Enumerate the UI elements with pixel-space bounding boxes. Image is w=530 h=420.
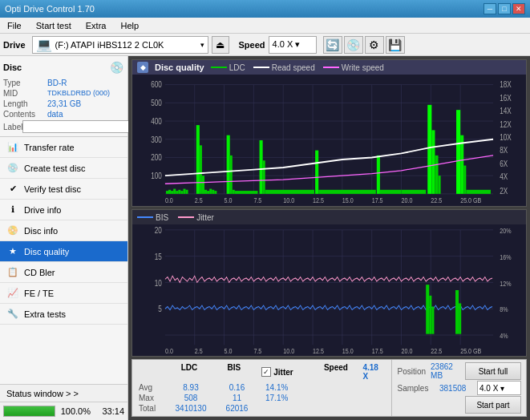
sidebar-item-drive-info[interactable]: ℹ Drive info [0, 200, 127, 220]
toolbar-icons: 🔄 💿 ⚙ 💾 [323, 36, 405, 54]
sidebar-item-verify-test-disc[interactable]: ✔ Verify test disc [0, 179, 127, 200]
fe-te-icon: 📈 [6, 287, 19, 300]
speed-select-stats[interactable]: 4.0 X ▾ [477, 381, 521, 395]
svg-rect-56 [204, 190, 207, 194]
eject-button[interactable]: ⏏ [212, 36, 229, 54]
svg-text:4X: 4X [500, 172, 508, 181]
extra-tests-icon: 🔧 [6, 308, 19, 321]
legend-read-speed: Read speed [253, 63, 315, 72]
svg-rect-78 [460, 135, 463, 194]
disc-button[interactable]: 💿 [344, 36, 363, 54]
progress-bar-fill [4, 406, 55, 416]
disc-eject-icon[interactable]: 💿 [108, 59, 124, 75]
refresh-button[interactable]: 🔄 [323, 36, 342, 54]
start-full-button[interactable]: Start full [465, 362, 521, 380]
stats-total-row: Total 3410130 62016 [139, 404, 385, 413]
svg-rect-118 [429, 296, 431, 334]
svg-rect-79 [463, 166, 466, 194]
stats-max-ldc: 508 [167, 394, 215, 402]
transfer-rate-icon: 📊 [6, 141, 19, 154]
svg-text:600: 600 [151, 81, 162, 90]
stats-avg-jitter: 14.1% [265, 383, 330, 392]
legend-bis: BIS [137, 213, 168, 222]
window-controls: ─ □ ✕ [483, 3, 525, 14]
sidebar-item-transfer-rate[interactable]: 📊 Transfer rate [0, 137, 127, 158]
start-part-row: Start part [397, 396, 521, 414]
menubar: File Start test Extra Help [0, 18, 530, 34]
svg-rect-59 [212, 190, 214, 194]
sidebar-item-extra-tests[interactable]: 🔧 Extra tests [0, 304, 127, 325]
svg-rect-65 [260, 140, 263, 194]
svg-rect-60 [214, 191, 216, 194]
disc-mid-val: TDKBLDRBD (000) [47, 89, 110, 97]
sidebar-item-cd-bler-label: CD Bler [24, 268, 55, 277]
stats-col-bis-header: BIS [212, 363, 255, 381]
drive-dropdown-arrow: ▾ [200, 41, 204, 49]
sidebar-item-fe-te[interactable]: 📈 FE / TE [0, 283, 127, 304]
svg-rect-55 [202, 176, 204, 194]
sidebar-item-create-test-disc[interactable]: 💿 Create test disc [0, 158, 127, 179]
svg-rect-47 [173, 189, 176, 194]
menu-extra[interactable]: Extra [82, 19, 111, 32]
position-label: Position [397, 367, 426, 376]
legend-read-speed-label: Read speed [272, 63, 315, 72]
speed-select[interactable]: 4.0 X ▾ [269, 36, 317, 54]
maximize-button[interactable]: □ [498, 3, 511, 14]
menu-help[interactable]: Help [116, 19, 143, 32]
legend-read-speed-color [253, 67, 269, 68]
svg-text:16%: 16% [500, 252, 512, 261]
nav-items: 📊 Transfer rate 💿 Create test disc ✔ Ver… [0, 137, 127, 384]
sidebar-item-disc-info[interactable]: 📀 Disc info [0, 220, 127, 241]
disc-mid-row: MID TDKBLDRBD (000) [3, 89, 124, 98]
disc-header: Disc 💿 [3, 59, 124, 75]
app-title: Opti Drive Control 1.70 [5, 4, 95, 14]
svg-text:17.5: 17.5 [372, 346, 383, 355]
menu-file[interactable]: File [3, 19, 26, 32]
svg-text:20.0: 20.0 [402, 197, 413, 205]
disc-contents-val: data [47, 110, 63, 119]
settings-button[interactable]: ⚙ [365, 36, 384, 54]
svg-text:2X: 2X [500, 187, 508, 196]
svg-text:7.5: 7.5 [253, 197, 261, 205]
drive-select[interactable]: 💻 (F:) ATAPI iHBS112 2 CL0K ▾ [32, 36, 208, 54]
sidebar-item-verify-test-disc-label: Verify test disc [24, 184, 81, 194]
svg-rect-120 [455, 290, 459, 334]
svg-text:2.5: 2.5 [195, 197, 203, 205]
status-area: Status window > > 100.0% 33:14 [0, 384, 127, 420]
legend-bis-color [137, 216, 153, 218]
disc-label-input[interactable] [22, 120, 129, 133]
svg-text:5.0: 5.0 [225, 346, 233, 355]
close-button[interactable]: ✕ [512, 3, 525, 14]
status-window-button[interactable]: Status window > > [0, 385, 127, 402]
sidebar-item-disc-quality[interactable]: ★ Disc quality [0, 241, 127, 262]
minimize-button[interactable]: ─ [483, 3, 496, 14]
svg-text:15: 15 [155, 252, 162, 261]
chart-legend-2: BIS Jitter [132, 210, 526, 224]
svg-text:12%: 12% [500, 278, 512, 287]
start-part-button[interactable]: Start part [465, 396, 521, 414]
svg-text:22.5: 22.5 [431, 197, 442, 205]
svg-rect-119 [431, 307, 434, 334]
disc-contents-row: Contents data [3, 110, 124, 119]
legend-ldc-color [211, 67, 227, 68]
svg-text:6X: 6X [500, 160, 508, 168]
svg-rect-51 [183, 189, 185, 194]
verify-test-disc-icon: ✔ [6, 183, 19, 196]
menu-start-test[interactable]: Start test [32, 19, 75, 32]
status-progress-row: 100.0% 33:14 [0, 402, 127, 420]
save-button[interactable]: 💾 [386, 36, 405, 54]
svg-text:14X: 14X [500, 107, 512, 115]
jitter-checkbox-group: ✓ Jitter [261, 363, 324, 381]
sidebar-item-cd-bler[interactable]: 📋 CD Bler [0, 262, 127, 283]
drive-info-icon: ℹ [6, 204, 19, 216]
time-text: 33:14 [94, 406, 124, 416]
sidebar-item-fe-te-label: FE / TE [24, 289, 54, 298]
stats-avg-ldc: 8.93 [167, 383, 215, 392]
disc-info-icon: 📀 [6, 224, 19, 237]
stats-total-bis: 62016 [215, 404, 259, 413]
svg-text:18X: 18X [500, 81, 512, 90]
svg-text:200: 200 [151, 153, 162, 162]
legend-write-speed-color [323, 67, 339, 68]
jitter-checkbox[interactable]: ✓ [261, 367, 271, 377]
chart-legend-1: LDC Read speed Write speed [211, 63, 384, 72]
